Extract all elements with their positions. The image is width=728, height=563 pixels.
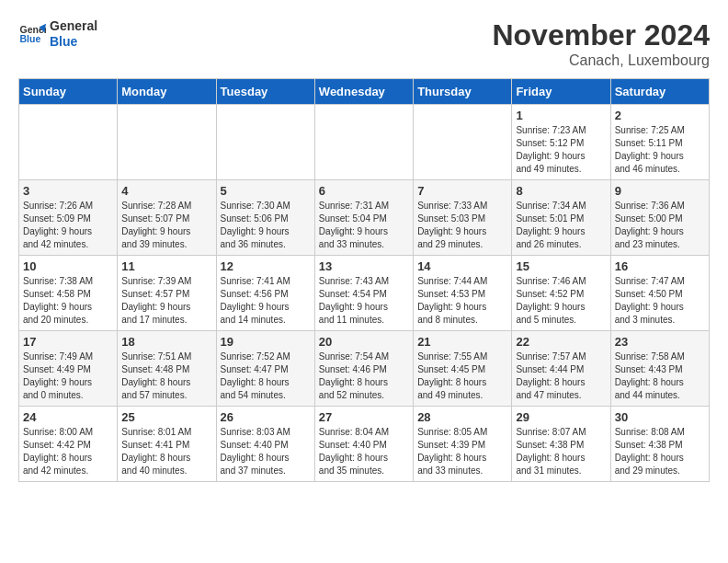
calendar-cell [118, 105, 216, 180]
day-info: Sunrise: 7:28 AM Sunset: 5:07 PM Dayligh… [121, 200, 211, 251]
day-number: 28 [417, 410, 507, 424]
day-number: 16 [615, 259, 705, 273]
day-number: 21 [417, 335, 507, 349]
day-info: Sunrise: 7:33 AM Sunset: 5:03 PM Dayligh… [417, 200, 507, 251]
page-header: General Blue General Blue November 2024 … [18, 18, 710, 69]
day-number: 12 [221, 259, 311, 273]
day-info: Sunrise: 7:44 AM Sunset: 4:53 PM Dayligh… [417, 275, 507, 327]
day-info: Sunrise: 8:01 AM Sunset: 4:41 PM Dayligh… [121, 426, 211, 477]
month-title: November 2024 [492, 18, 710, 52]
calendar-cell: 22Sunrise: 7:57 AM Sunset: 4:44 PM Dayli… [512, 331, 610, 407]
calendar-cell: 9Sunrise: 7:36 AM Sunset: 5:00 PM Daylig… [610, 180, 709, 256]
calendar-cell: 27Sunrise: 8:04 AM Sunset: 4:40 PM Dayli… [314, 407, 413, 482]
calendar-header: SundayMondayTuesdayWednesdayThursdayFrid… [19, 79, 710, 105]
weekday-header-monday: Monday [118, 79, 216, 105]
day-number: 9 [615, 184, 705, 198]
calendar-cell: 26Sunrise: 8:03 AM Sunset: 4:40 PM Dayli… [216, 407, 314, 482]
day-number: 10 [23, 259, 113, 273]
day-info: Sunrise: 7:41 AM Sunset: 4:56 PM Dayligh… [221, 275, 311, 327]
day-info: Sunrise: 7:23 AM Sunset: 5:12 PM Dayligh… [516, 124, 606, 176]
calendar-cell: 16Sunrise: 7:47 AM Sunset: 4:50 PM Dayli… [610, 256, 709, 331]
day-info: Sunrise: 8:03 AM Sunset: 4:40 PM Dayligh… [221, 426, 311, 477]
day-info: Sunrise: 7:25 AM Sunset: 5:11 PM Dayligh… [615, 124, 705, 176]
calendar-cell: 6Sunrise: 7:31 AM Sunset: 5:04 PM Daylig… [314, 180, 413, 256]
day-info: Sunrise: 7:49 AM Sunset: 4:49 PM Dayligh… [23, 350, 113, 402]
day-number: 22 [516, 335, 606, 349]
calendar-cell: 21Sunrise: 7:55 AM Sunset: 4:45 PM Dayli… [414, 331, 512, 407]
day-number: 7 [417, 184, 507, 198]
day-number: 24 [23, 410, 113, 424]
weekday-header-thursday: Thursday [414, 79, 512, 105]
calendar-week-row: 24Sunrise: 8:00 AM Sunset: 4:42 PM Dayli… [19, 407, 710, 482]
day-info: Sunrise: 7:51 AM Sunset: 4:48 PM Dayligh… [121, 350, 211, 402]
day-number: 13 [319, 259, 409, 273]
calendar-cell: 23Sunrise: 7:58 AM Sunset: 4:43 PM Dayli… [610, 331, 709, 407]
day-info: Sunrise: 7:39 AM Sunset: 4:57 PM Dayligh… [121, 275, 211, 327]
calendar-cell: 11Sunrise: 7:39 AM Sunset: 4:57 PM Dayli… [118, 256, 216, 331]
day-info: Sunrise: 7:58 AM Sunset: 4:43 PM Dayligh… [615, 350, 705, 402]
day-info: Sunrise: 7:31 AM Sunset: 5:04 PM Dayligh… [319, 200, 409, 251]
calendar-cell: 20Sunrise: 7:54 AM Sunset: 4:46 PM Dayli… [314, 331, 413, 407]
calendar-cell: 14Sunrise: 7:44 AM Sunset: 4:53 PM Dayli… [414, 256, 512, 331]
calendar-cell: 1Sunrise: 7:23 AM Sunset: 5:12 PM Daylig… [512, 105, 610, 180]
calendar-cell: 30Sunrise: 8:08 AM Sunset: 4:38 PM Dayli… [610, 407, 709, 482]
calendar-week-row: 10Sunrise: 7:38 AM Sunset: 4:58 PM Dayli… [19, 256, 710, 331]
weekday-header-row: SundayMondayTuesdayWednesdayThursdayFrid… [19, 79, 710, 105]
day-info: Sunrise: 7:55 AM Sunset: 4:45 PM Dayligh… [417, 350, 507, 402]
day-info: Sunrise: 8:05 AM Sunset: 4:39 PM Dayligh… [417, 426, 507, 477]
title-block: November 2024 Canach, Luxembourg [492, 18, 710, 69]
calendar-cell [314, 105, 413, 180]
calendar-cell: 25Sunrise: 8:01 AM Sunset: 4:41 PM Dayli… [118, 407, 216, 482]
day-number: 5 [221, 184, 311, 198]
calendar-cell: 4Sunrise: 7:28 AM Sunset: 5:07 PM Daylig… [118, 180, 216, 256]
calendar-cell: 19Sunrise: 7:52 AM Sunset: 4:47 PM Dayli… [216, 331, 314, 407]
day-info: Sunrise: 7:38 AM Sunset: 4:58 PM Dayligh… [23, 275, 113, 327]
calendar-cell: 29Sunrise: 8:07 AM Sunset: 4:38 PM Dayli… [512, 407, 610, 482]
svg-text:Blue: Blue [20, 33, 41, 44]
calendar-cell: 13Sunrise: 7:43 AM Sunset: 4:54 PM Dayli… [314, 256, 413, 331]
day-number: 29 [516, 410, 606, 424]
day-number: 2 [615, 109, 705, 122]
weekday-header-wednesday: Wednesday [314, 79, 413, 105]
calendar-cell: 28Sunrise: 8:05 AM Sunset: 4:39 PM Dayli… [414, 407, 512, 482]
day-number: 23 [615, 335, 705, 349]
logo-general: General [50, 18, 97, 34]
day-number: 15 [516, 259, 606, 273]
calendar-cell [19, 105, 118, 180]
day-info: Sunrise: 8:07 AM Sunset: 4:38 PM Dayligh… [516, 426, 606, 477]
day-number: 26 [221, 410, 311, 424]
day-info: Sunrise: 7:43 AM Sunset: 4:54 PM Dayligh… [319, 275, 409, 327]
calendar-week-row: 1Sunrise: 7:23 AM Sunset: 5:12 PM Daylig… [19, 105, 710, 180]
weekday-header-sunday: Sunday [19, 79, 118, 105]
day-number: 25 [121, 410, 211, 424]
day-number: 30 [615, 410, 705, 424]
day-number: 19 [221, 335, 311, 349]
calendar-cell: 10Sunrise: 7:38 AM Sunset: 4:58 PM Dayli… [19, 256, 118, 331]
day-info: Sunrise: 8:00 AM Sunset: 4:42 PM Dayligh… [23, 426, 113, 477]
day-info: Sunrise: 7:54 AM Sunset: 4:46 PM Dayligh… [319, 350, 409, 402]
day-info: Sunrise: 7:26 AM Sunset: 5:09 PM Dayligh… [23, 200, 113, 251]
day-info: Sunrise: 7:34 AM Sunset: 5:01 PM Dayligh… [516, 200, 606, 251]
day-number: 14 [417, 259, 507, 273]
logo: General Blue General Blue [18, 18, 97, 50]
day-number: 20 [319, 335, 409, 349]
day-info: Sunrise: 7:30 AM Sunset: 5:06 PM Dayligh… [221, 200, 311, 251]
calendar-week-row: 3Sunrise: 7:26 AM Sunset: 5:09 PM Daylig… [19, 180, 710, 256]
day-info: Sunrise: 7:52 AM Sunset: 4:47 PM Dayligh… [221, 350, 311, 402]
logo-icon: General Blue [18, 20, 46, 48]
day-info: Sunrise: 8:08 AM Sunset: 4:38 PM Dayligh… [615, 426, 705, 477]
day-number: 1 [516, 109, 606, 122]
calendar-cell: 5Sunrise: 7:30 AM Sunset: 5:06 PM Daylig… [216, 180, 314, 256]
day-number: 27 [319, 410, 409, 424]
day-number: 18 [121, 335, 211, 349]
calendar-cell: 24Sunrise: 8:00 AM Sunset: 4:42 PM Dayli… [19, 407, 118, 482]
calendar-cell: 18Sunrise: 7:51 AM Sunset: 4:48 PM Dayli… [118, 331, 216, 407]
day-info: Sunrise: 7:36 AM Sunset: 5:00 PM Dayligh… [615, 200, 705, 251]
calendar-cell: 15Sunrise: 7:46 AM Sunset: 4:52 PM Dayli… [512, 256, 610, 331]
calendar-week-row: 17Sunrise: 7:49 AM Sunset: 4:49 PM Dayli… [19, 331, 710, 407]
calendar-cell [414, 105, 512, 180]
logo-blue: Blue [50, 34, 97, 50]
day-number: 8 [516, 184, 606, 198]
calendar-cell: 3Sunrise: 7:26 AM Sunset: 5:09 PM Daylig… [19, 180, 118, 256]
calendar-cell: 17Sunrise: 7:49 AM Sunset: 4:49 PM Dayli… [19, 331, 118, 407]
